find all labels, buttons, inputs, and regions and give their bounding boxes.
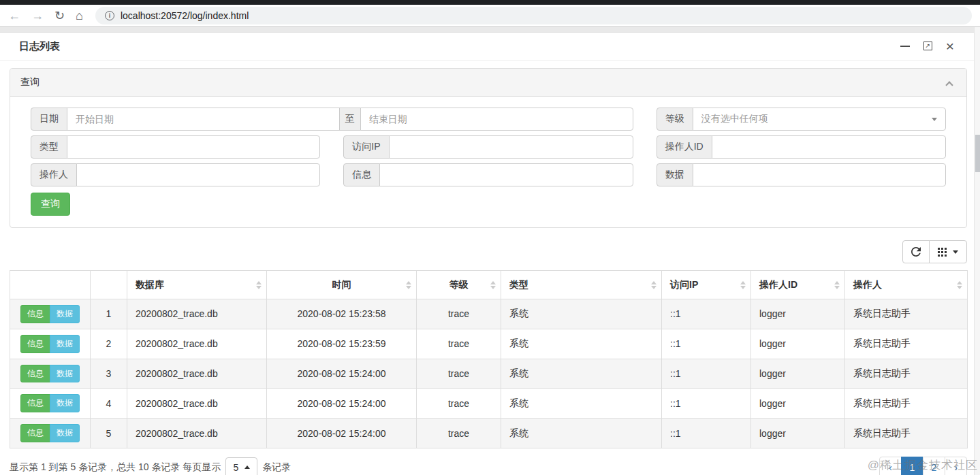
header-level[interactable]: 等级 bbox=[417, 271, 501, 299]
level-select[interactable]: 没有选中任何项 bbox=[693, 108, 946, 131]
columns-button[interactable] bbox=[929, 240, 967, 263]
level-select-value: 没有选中任何项 bbox=[701, 113, 768, 125]
row-data-button[interactable]: 数据 bbox=[50, 424, 80, 442]
table-row: 信息数据 4 20200802_trace.db 2020-08-02 15:2… bbox=[10, 389, 968, 419]
ip-input[interactable] bbox=[389, 135, 633, 159]
prev-page-button[interactable]: ‹ bbox=[879, 457, 902, 475]
address-bar[interactable]: i localhost:20572/log/index.html bbox=[95, 7, 972, 24]
record-summary-prefix: 显示第 1 到第 5 条记录，总共 10 条记录 每页显示 bbox=[10, 461, 221, 474]
scrollbar-thumb[interactable] bbox=[975, 135, 980, 172]
header-time[interactable]: 时间 bbox=[267, 271, 417, 299]
browser-window-frame bbox=[0, 0, 980, 5]
row-data-button[interactable]: 数据 bbox=[50, 335, 80, 353]
header-operator-id[interactable]: 操作人ID bbox=[751, 271, 845, 299]
header-ip[interactable]: 访问IP bbox=[662, 271, 751, 299]
cell-type: 系统 bbox=[501, 419, 662, 448]
cell-operator: 系统日志助手 bbox=[845, 329, 968, 359]
table-row: 信息数据 2 20200802_trace.db 2020-08-02 15:2… bbox=[10, 329, 968, 359]
record-summary-suffix: 条记录 bbox=[262, 461, 291, 474]
data-group: 数据 bbox=[657, 163, 946, 186]
sort-icon bbox=[957, 281, 962, 289]
header-type[interactable]: 类型 bbox=[501, 271, 662, 299]
next-page-button[interactable]: › bbox=[945, 457, 967, 475]
row-data-button[interactable]: 数据 bbox=[50, 394, 80, 412]
type-input[interactable] bbox=[67, 135, 320, 159]
minimize-button[interactable] bbox=[900, 46, 910, 47]
date-range-group: 日期 至 bbox=[31, 108, 633, 131]
page-2-button[interactable]: 2 bbox=[923, 457, 945, 475]
close-button[interactable]: × bbox=[946, 41, 954, 52]
row-info-button[interactable]: 信息 bbox=[20, 305, 50, 323]
table-toolbar bbox=[10, 240, 967, 263]
cell-operator: 系统日志助手 bbox=[845, 419, 968, 448]
query-panel-title: 查询 bbox=[20, 76, 39, 87]
sort-icon bbox=[256, 281, 262, 289]
cell-ip: ::1 bbox=[662, 359, 751, 389]
browser-toolbar: ← → ↻ ⌂ i localhost:20572/log/index.html bbox=[0, 5, 980, 27]
cell-operator-id: logger bbox=[751, 419, 845, 448]
ip-group: 访问IP bbox=[343, 135, 633, 159]
operator-input[interactable] bbox=[76, 163, 320, 186]
sort-icon bbox=[406, 281, 411, 289]
table-row: 信息数据 5 20200802_trace.db 2020-08-02 15:2… bbox=[10, 419, 968, 448]
cell-operator: 系统日志助手 bbox=[845, 359, 968, 389]
chevron-up-icon bbox=[945, 81, 953, 88]
forward-icon[interactable]: → bbox=[31, 10, 44, 22]
data-label: 数据 bbox=[657, 163, 693, 186]
search-button[interactable]: 查询 bbox=[31, 193, 70, 216]
date-start-input[interactable] bbox=[67, 108, 340, 131]
table-row: 信息数据 1 20200802_trace.db 2020-08-02 15:2… bbox=[10, 299, 968, 329]
row-info-button[interactable]: 信息 bbox=[20, 335, 50, 353]
sort-icon bbox=[834, 281, 840, 289]
cell-time: 2020-08-02 15:23:58 bbox=[267, 299, 417, 329]
row-data-button[interactable]: 数据 bbox=[50, 305, 80, 323]
refresh-icon bbox=[911, 247, 921, 257]
caret-up-icon bbox=[244, 465, 250, 469]
sort-icon bbox=[740, 281, 746, 289]
info-group: 信息 bbox=[343, 163, 633, 186]
site-info-icon[interactable]: i bbox=[105, 11, 114, 20]
header-database[interactable]: 数据库 bbox=[127, 271, 267, 299]
home-icon[interactable]: ⌂ bbox=[76, 10, 83, 22]
header-actions bbox=[10, 271, 91, 299]
cell-ip: ::1 bbox=[662, 419, 751, 448]
caret-down-icon bbox=[932, 118, 937, 121]
page-title: 日志列表 bbox=[19, 40, 60, 53]
maximize-icon: ↗ bbox=[923, 42, 932, 50]
reload-icon[interactable]: ↻ bbox=[54, 10, 65, 22]
cell-seq: 5 bbox=[91, 419, 127, 448]
cell-ip: ::1 bbox=[662, 299, 751, 329]
operator-id-input[interactable] bbox=[712, 135, 946, 159]
level-label: 等级 bbox=[657, 108, 693, 131]
info-input[interactable] bbox=[379, 163, 633, 186]
panel-collapse-button[interactable] bbox=[945, 80, 954, 86]
cell-type: 系统 bbox=[501, 299, 662, 329]
maximize-button[interactable]: ↗ bbox=[923, 42, 932, 50]
date-end-input[interactable] bbox=[360, 108, 633, 131]
cell-level: trace bbox=[417, 359, 501, 389]
page-size-dropdown[interactable]: 5 bbox=[225, 457, 257, 475]
refresh-button[interactable] bbox=[902, 240, 930, 263]
row-info-button[interactable]: 信息 bbox=[20, 365, 50, 383]
row-info-button[interactable]: 信息 bbox=[20, 424, 50, 442]
cell-type: 系统 bbox=[501, 359, 662, 389]
back-icon[interactable]: ← bbox=[8, 10, 20, 22]
scrollbar[interactable] bbox=[974, 27, 980, 475]
cell-operator-id: logger bbox=[751, 389, 845, 419]
table-row: 信息数据 3 20200802_trace.db 2020-08-02 15:2… bbox=[10, 359, 968, 389]
cell-database: 20200802_trace.db bbox=[127, 329, 267, 359]
caret-down-icon bbox=[953, 250, 958, 254]
page-1-button[interactable]: 1 bbox=[901, 457, 923, 475]
cell-operator-id: logger bbox=[751, 299, 845, 329]
cell-database: 20200802_trace.db bbox=[127, 389, 267, 419]
cell-time: 2020-08-02 15:23:59 bbox=[267, 329, 417, 359]
header-operator[interactable]: 操作人 bbox=[845, 271, 968, 299]
url-text[interactable]: localhost:20572/log/index.html bbox=[121, 10, 249, 21]
operator-group: 操作人 bbox=[31, 163, 320, 186]
data-input[interactable] bbox=[693, 163, 946, 186]
cell-ip: ::1 bbox=[662, 329, 751, 359]
page-gap bbox=[0, 27, 980, 33]
cell-level: trace bbox=[417, 419, 501, 448]
row-data-button[interactable]: 数据 bbox=[50, 365, 80, 383]
row-info-button[interactable]: 信息 bbox=[20, 394, 50, 412]
